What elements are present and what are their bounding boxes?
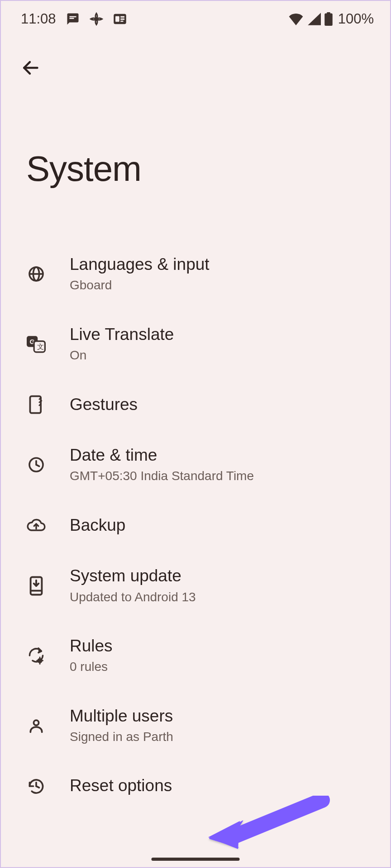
svg-text:文: 文 xyxy=(37,343,44,350)
svg-rect-1 xyxy=(115,16,119,22)
settings-item-multiple-users[interactable]: Multiple users Signed in as Parth xyxy=(1,691,390,761)
item-title: Multiple users xyxy=(70,706,173,726)
settings-item-gestures[interactable]: Gestures xyxy=(1,379,390,430)
cycle-gear-icon xyxy=(26,646,46,665)
item-title: Backup xyxy=(70,515,125,535)
svg-marker-23 xyxy=(208,821,240,849)
item-title: Date & time xyxy=(70,445,254,465)
item-title: Languages & input xyxy=(70,255,210,274)
nav-bar-handle[interactable] xyxy=(152,858,240,861)
svg-rect-2 xyxy=(120,16,124,18)
settings-item-languages-input[interactable]: Languages & input Gboard xyxy=(1,239,390,309)
settings-item-date-time[interactable]: Date & time GMT+05:30 India Standard Tim… xyxy=(1,430,390,500)
status-battery-text: 100% xyxy=(338,11,374,27)
item-subtitle: Gboard xyxy=(70,277,210,293)
battery-icon xyxy=(324,12,333,26)
clock-icon xyxy=(26,455,46,475)
settings-item-reset-options[interactable]: Reset options xyxy=(1,760,390,811)
photos-icon xyxy=(90,12,103,26)
settings-item-rules[interactable]: Rules 0 rules xyxy=(1,621,390,691)
page-title: System xyxy=(26,148,390,189)
phone-sparkle-icon xyxy=(26,395,46,415)
settings-list: Languages & input Gboard G文 Live Transla… xyxy=(1,239,390,811)
phone-down-icon xyxy=(26,576,46,596)
translate-icon: G文 xyxy=(26,334,46,354)
message-icon xyxy=(66,12,80,26)
person-icon xyxy=(26,716,46,736)
wifi-icon xyxy=(288,13,304,25)
status-left: 11:08 xyxy=(21,11,127,27)
item-subtitle: Signed in as Parth xyxy=(70,729,173,745)
settings-item-system-update[interactable]: System update Updated to Android 13 xyxy=(1,551,390,621)
settings-item-live-translate[interactable]: G文 Live Translate On xyxy=(1,309,390,379)
back-button[interactable] xyxy=(17,55,43,80)
cloud-up-icon xyxy=(26,515,46,535)
svg-rect-4 xyxy=(120,21,123,22)
status-time: 11:08 xyxy=(21,11,56,27)
item-title: Reset options xyxy=(70,776,172,796)
item-title: Gestures xyxy=(70,395,138,415)
item-subtitle: Updated to Android 13 xyxy=(70,589,196,605)
svg-rect-3 xyxy=(120,19,124,20)
cell-signal-icon xyxy=(307,13,321,25)
item-title: System update xyxy=(70,566,196,586)
svg-rect-5 xyxy=(324,14,333,26)
status-right: 100% xyxy=(288,11,374,27)
globe-icon xyxy=(26,264,46,284)
item-title: Live Translate xyxy=(70,325,174,344)
svg-rect-6 xyxy=(327,12,330,14)
news-icon xyxy=(113,13,127,25)
status-bar: 11:08 100% xyxy=(1,1,390,37)
item-title: Rules xyxy=(70,636,113,656)
history-icon xyxy=(26,776,46,796)
item-subtitle: GMT+05:30 India Standard Time xyxy=(70,468,254,484)
item-subtitle: 0 rules xyxy=(70,659,113,675)
settings-item-backup[interactable]: Backup xyxy=(1,500,390,551)
svg-point-22 xyxy=(33,720,38,725)
item-subtitle: On xyxy=(70,347,174,363)
